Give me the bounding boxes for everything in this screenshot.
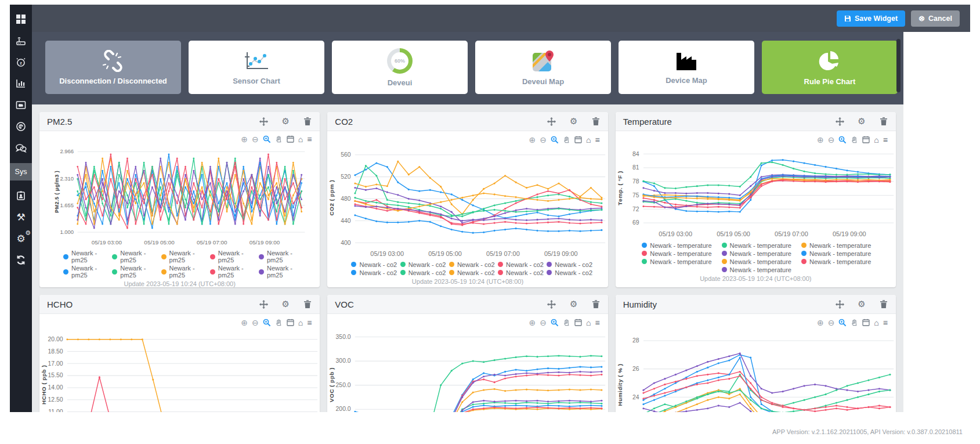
home-icon[interactable]: ⌂: [298, 135, 303, 143]
home-icon[interactable]: ⌂: [586, 136, 591, 144]
legend-item[interactable]: Newark - temperature: [722, 250, 801, 257]
tile-disconnection[interactable]: Disconnection / Disconnected: [45, 41, 181, 94]
legend-item[interactable]: Newark - pm25: [259, 265, 308, 279]
legend-item[interactable]: Newark - temperature: [801, 258, 881, 265]
legend-item[interactable]: Newark - co2: [400, 261, 449, 268]
badge-icon[interactable]: [15, 189, 27, 202]
move-icon[interactable]: [547, 299, 556, 309]
refresh-icon[interactable]: [15, 254, 27, 266]
trash-icon[interactable]: [303, 299, 312, 309]
legend-item[interactable]: Newark - co2: [547, 261, 595, 268]
zoom-in-icon[interactable]: ⊕: [241, 319, 248, 327]
legend-item[interactable]: Newark - temperature: [642, 250, 721, 257]
box-zoom-icon[interactable]: [263, 319, 271, 327]
calendar-icon[interactable]: [862, 136, 870, 143]
legend-item[interactable]: Newark - pm25: [112, 250, 161, 263]
device-router-icon[interactable]: [15, 34, 27, 47]
zoom-in-icon[interactable]: ⊕: [817, 319, 824, 327]
legend-item[interactable]: Newark - co2: [400, 269, 449, 276]
tile-deveui[interactable]: 60% Deveui: [332, 41, 468, 94]
zoom-out-icon[interactable]: ⊖: [540, 136, 547, 144]
trash-icon[interactable]: [879, 117, 888, 126]
menu-icon[interactable]: ≡: [595, 319, 599, 327]
move-icon[interactable]: [835, 117, 844, 126]
box-zoom-icon[interactable]: [551, 319, 559, 327]
gear-icon[interactable]: ⚙: [569, 117, 578, 126]
calendar-icon[interactable]: [574, 136, 582, 143]
legend-item[interactable]: Newark - co2: [351, 261, 400, 268]
zoom-out-icon[interactable]: ⊖: [252, 319, 259, 327]
legend-item[interactable]: Newark - co2: [547, 269, 595, 276]
pan-hand-icon[interactable]: [275, 319, 283, 326]
co2-chart[interactable]: 560520480440400CO2 ( ppm )05/19 03:0005/…: [327, 145, 607, 260]
home-icon[interactable]: ⌂: [874, 136, 878, 144]
pan-hand-icon[interactable]: [851, 319, 858, 326]
trash-icon[interactable]: [303, 117, 312, 126]
box-zoom-icon[interactable]: [838, 319, 847, 327]
sidebar-item-sys[interactable]: Sys: [10, 163, 32, 181]
move-icon[interactable]: [547, 117, 556, 126]
legend-item[interactable]: Newark - temperature: [801, 250, 881, 257]
trash-icon[interactable]: [879, 299, 888, 309]
box-zoom-icon[interactable]: [551, 136, 559, 144]
legend-item[interactable]: Newark - pm25: [210, 265, 259, 279]
menu-icon[interactable]: ≡: [595, 136, 599, 144]
legend-item[interactable]: Newark - co2: [498, 261, 547, 268]
dashboard-icon[interactable]: [15, 13, 27, 26]
zoom-out-icon[interactable]: ⊖: [540, 319, 547, 327]
settings-gears-icon[interactable]: ⚙⚙: [15, 232, 27, 245]
image-cloud-icon[interactable]: [15, 99, 27, 111]
voc-chart[interactable]: 350.0300.0250.0200.0150.0VOC ( ppb ): [327, 328, 607, 412]
humidity-chart[interactable]: 28262422Humidity ( % ): [616, 328, 896, 412]
legend-item[interactable]: Newark - temperature: [642, 258, 721, 265]
legend-item[interactable]: Newark - co2: [498, 269, 547, 276]
legend-item[interactable]: Newark - temperature: [642, 242, 721, 249]
gear-icon[interactable]: ⚙: [569, 299, 578, 309]
cancel-button[interactable]: ⊗ Cancel: [911, 10, 960, 27]
menu-icon[interactable]: ≡: [883, 319, 888, 327]
legend-item[interactable]: Newark - pm25: [161, 265, 210, 279]
zoom-out-icon[interactable]: ⊖: [252, 135, 259, 143]
calendar-icon[interactable]: [862, 319, 870, 326]
temperature-chart[interactable]: 848178757269Temp. ( °F )05/19 03:0005/19…: [616, 145, 896, 241]
move-icon[interactable]: [259, 117, 268, 126]
openid-icon[interactable]: [15, 120, 27, 133]
trash-icon[interactable]: [591, 117, 601, 126]
gear-icon[interactable]: ⚙: [281, 117, 290, 126]
legend-item[interactable]: Newark - co2: [449, 261, 498, 268]
calendar-icon[interactable]: [287, 135, 294, 143]
tile-rule-pie-chart[interactable]: Rule Pie Chart: [762, 41, 898, 94]
box-zoom-icon[interactable]: [263, 135, 271, 143]
tile-device-map[interactable]: Device Map: [619, 41, 754, 94]
hcho-chart[interactable]: 20.0018.5017.0015.5014.0012.5011.009.508…: [39, 328, 320, 412]
home-icon[interactable]: ⌂: [586, 319, 591, 327]
menu-icon[interactable]: ≡: [307, 319, 312, 327]
menu-icon[interactable]: ≡: [883, 136, 888, 144]
legend-item[interactable]: Newark - pm25: [210, 250, 259, 263]
gear-icon[interactable]: ⚙: [857, 299, 866, 309]
tile-sensor-chart[interactable]: Sensor Chart: [189, 41, 324, 94]
pan-hand-icon[interactable]: [563, 136, 570, 143]
home-icon[interactable]: ⌂: [298, 319, 303, 327]
legend-item[interactable]: Newark - pm25: [112, 265, 161, 279]
gear-icon[interactable]: ⚙: [281, 299, 290, 309]
bar-chart-icon[interactable]: [15, 77, 27, 90]
chat-icon[interactable]: [15, 142, 27, 154]
zoom-in-icon[interactable]: ⊕: [817, 136, 824, 144]
zoom-out-icon[interactable]: ⊖: [828, 319, 835, 327]
pm25-chart[interactable]: 2.9662.3101.6551.000PM2.5 ( μg/m3 )05/19…: [39, 144, 320, 248]
zoom-in-icon[interactable]: ⊕: [529, 136, 536, 144]
legend-item[interactable]: Newark - temperature: [722, 266, 801, 273]
legend-item[interactable]: Newark - temperature: [722, 242, 801, 249]
legend-item[interactable]: Newark - pm25: [63, 250, 112, 263]
pan-hand-icon[interactable]: [563, 319, 570, 326]
home-icon[interactable]: ⌂: [874, 319, 878, 327]
zoom-out-icon[interactable]: ⊖: [828, 136, 835, 144]
trash-icon[interactable]: [591, 299, 601, 309]
gear-icon[interactable]: ⚙: [857, 117, 866, 126]
pan-hand-icon[interactable]: [851, 136, 858, 143]
save-widget-button[interactable]: Save Widget: [837, 10, 905, 27]
zoom-in-icon[interactable]: ⊕: [529, 319, 536, 327]
legend-item[interactable]: Newark - co2: [351, 269, 400, 276]
legend-item[interactable]: Newark - temperature: [722, 258, 801, 265]
